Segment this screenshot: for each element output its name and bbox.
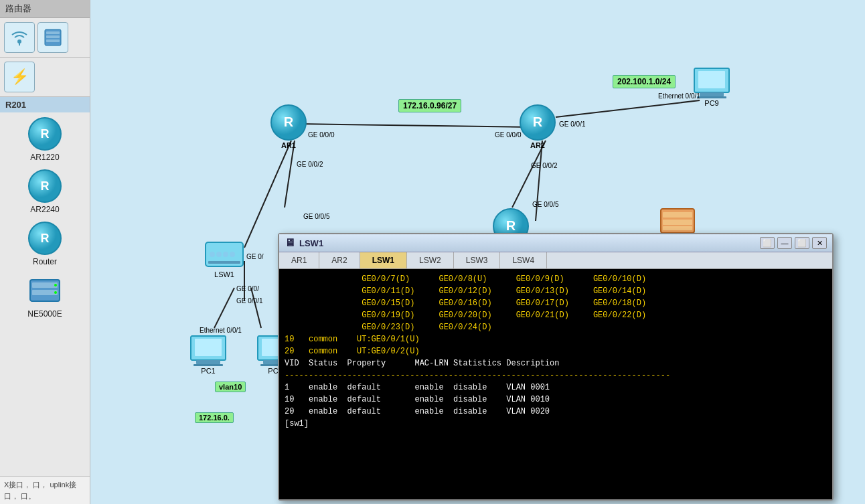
sidebar-icons-top <box>0 18 90 58</box>
ar1-label: AR1 <box>281 141 296 149</box>
ar2-ge001-port: GE 0/0/1 <box>559 120 585 128</box>
ar2-node[interactable]: R AR2 <box>519 104 556 149</box>
sidebar-label: R201 <box>0 97 90 112</box>
pc9-label: PC9 <box>704 99 718 107</box>
svg-line-21 <box>512 141 546 207</box>
lsw1-label: LSW1 <box>214 270 234 278</box>
terminal-titlebar: 🖥 LSW1 ⬜ — ⬜ ✕ <box>279 234 832 252</box>
svg-point-37 <box>223 252 228 257</box>
maximize-btn[interactable]: ⬜ <box>795 237 809 249</box>
terminal-title-icon: 🖥 <box>285 237 295 249</box>
main-canvas: 172.16.0.96/27 202.100.1.0/24 R AR1 GE 0… <box>90 0 865 504</box>
svg-line-18 <box>244 141 291 248</box>
svg-point-35 <box>210 252 215 257</box>
svg-text:R: R <box>506 218 516 233</box>
ar2240-label: AR2240 <box>30 205 59 214</box>
net-label-1: 172.16.0.96/27 <box>398 99 461 112</box>
svg-rect-4 <box>46 35 60 38</box>
ar2-ge000-port: GE 0/0/0 <box>495 131 521 139</box>
terminal-tabs: AR1 AR2 LSW1 LSW2 LSW3 LSW4 <box>279 252 832 269</box>
sidebar: 路由器 ⚡ R201 <box>0 0 90 504</box>
svg-rect-47 <box>196 360 220 364</box>
tab-lsw2[interactable]: LSW2 <box>407 252 454 268</box>
svg-point-16 <box>54 291 57 294</box>
svg-line-25 <box>251 288 261 328</box>
svg-rect-44 <box>663 220 692 225</box>
pc1-node[interactable]: PC1 <box>189 335 227 375</box>
svg-point-15 <box>54 284 57 286</box>
ar2-ge005-port: GE 0/0/5 <box>532 201 558 208</box>
device-router[interactable]: R Router <box>3 220 87 266</box>
ip-label: 172.16.0. <box>195 412 234 423</box>
lsw1-ge001-port: GE 0/0/1 <box>236 297 262 305</box>
svg-rect-45 <box>663 226 692 230</box>
router-label: Router <box>33 257 57 266</box>
terminal-controls: ⬜ — ⬜ ✕ <box>760 237 827 249</box>
router-icon: R <box>26 220 64 257</box>
ar1220-label: AR1220 <box>30 153 59 162</box>
terminal-title: 🖥 LSW1 <box>285 237 323 249</box>
sidebar-footer: X接口， 口， uplink接口， 口。 <box>0 476 90 504</box>
ar2-label: AR2 <box>530 141 545 149</box>
svg-line-17 <box>298 124 532 127</box>
svg-text:R: R <box>41 232 50 245</box>
svg-rect-32 <box>697 96 726 98</box>
terminal-body[interactable]: GE0/0/7(D) GE0/0/8(U) GE0/0/9(D) GE0/0/1… <box>279 269 832 499</box>
ar1-ge005-port: GE 0/0/5 <box>303 213 329 220</box>
ne5000e-icon <box>26 272 64 309</box>
ar2240-icon: R <box>26 167 64 205</box>
terminal-window: 🖥 LSW1 ⬜ — ⬜ ✕ AR1 AR2 LSW1 LSW2 LSW3 LS… <box>278 233 834 501</box>
device-ar2240[interactable]: R AR2240 <box>3 167 87 214</box>
lsw1-ge0-port: GE 0/ <box>246 253 264 260</box>
ar1-ge002-port: GE 0/0/2 <box>297 161 323 168</box>
svg-rect-48 <box>193 364 223 366</box>
svg-text:R: R <box>284 114 294 129</box>
ar1-ge000-port: GE 0/0/0 <box>308 131 334 139</box>
minimize-btn[interactable]: — <box>777 237 792 249</box>
close-btn[interactable]: ✕ <box>812 237 827 249</box>
net-label-2: 202.100.1.0/24 <box>613 75 676 88</box>
device-ar1220[interactable]: R AR1220 <box>3 115 87 162</box>
svg-line-20 <box>556 100 700 117</box>
device-ne5000e[interactable]: NE5000E <box>3 272 87 319</box>
sidebar-bolt: ⚡ <box>0 58 90 97</box>
tab-lsw4[interactable]: LSW4 <box>500 252 547 268</box>
tab-lsw1[interactable]: LSW1 <box>360 252 407 268</box>
ar1-node[interactable]: R AR1 <box>270 104 307 149</box>
tab-ar1[interactable]: AR1 <box>279 252 319 268</box>
svg-rect-39 <box>208 261 240 264</box>
pc1-label: PC1 <box>201 367 215 375</box>
svg-rect-43 <box>663 212 692 218</box>
pc9-eth-port: Ethernet 0/0/1 <box>658 92 700 100</box>
terminal-title-text: LSW1 <box>299 238 323 248</box>
svg-rect-13 <box>32 282 58 288</box>
svg-text:R: R <box>41 179 50 193</box>
svg-rect-49 <box>195 339 222 356</box>
lsw1-ge01-port: GE 0/0/ <box>236 285 259 292</box>
bolt-btn[interactable]: ⚡ <box>4 62 35 92</box>
wireless-icon-btn[interactable] <box>4 22 35 53</box>
svg-line-19 <box>285 141 295 207</box>
svg-point-38 <box>230 252 235 257</box>
svg-rect-14 <box>32 290 58 295</box>
ar2-ge002-port: GE 0/0/2 <box>531 162 557 169</box>
sidebar-devices: R AR1220 R AR2240 R <box>0 112 90 476</box>
sidebar-title: 路由器 <box>0 0 90 18</box>
lsw1-eth-port: Ethernet 0/0/1 <box>200 327 242 334</box>
rack-icon-btn[interactable] <box>37 22 68 53</box>
svg-line-24 <box>214 288 234 328</box>
svg-rect-3 <box>46 31 60 34</box>
svg-text:R: R <box>41 127 50 141</box>
svg-point-36 <box>216 252 222 257</box>
svg-line-22 <box>536 141 542 221</box>
vlan10-badge: vlan10 <box>215 382 246 392</box>
lsw1-node[interactable]: LSW1 <box>204 241 244 278</box>
ne5000e-label: NE5000E <box>27 309 62 319</box>
ar1220-icon: R <box>26 115 64 153</box>
tab-ar2[interactable]: AR2 <box>319 252 360 268</box>
svg-rect-33 <box>698 71 725 88</box>
restore-btn[interactable]: ⬜ <box>760 237 775 249</box>
tab-lsw3[interactable]: LSW3 <box>454 252 501 268</box>
svg-rect-31 <box>700 92 724 96</box>
pc9-node[interactable]: PC9 <box>693 67 730 107</box>
